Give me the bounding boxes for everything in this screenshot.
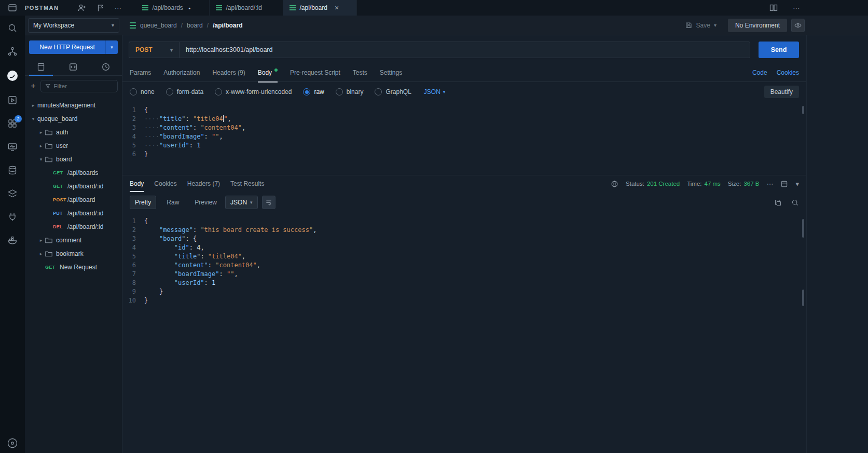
network-globe-icon[interactable] (611, 180, 618, 188)
view-mode-raw[interactable]: Raw (161, 196, 184, 209)
cookies-link[interactable]: Cookies (777, 69, 799, 76)
fork-network-icon[interactable] (7, 46, 18, 57)
docker-icon[interactable] (7, 235, 18, 245)
chevron-right-icon[interactable]: ▸ (37, 251, 45, 256)
scrollbar-thumb[interactable] (802, 290, 804, 306)
close-tab-icon[interactable]: × (335, 4, 339, 12)
tree-item-New Request[interactable]: GETNew Request (25, 260, 122, 274)
method-selector[interactable]: POST ▾ (129, 42, 179, 58)
breadcrumb-collection[interactable]: queue_board (140, 22, 177, 29)
collapse-response-icon[interactable]: ▾ (795, 180, 799, 188)
search-icon[interactable] (7, 23, 18, 33)
scrollbar-thumb[interactable] (802, 219, 804, 238)
database-icon[interactable] (7, 165, 18, 175)
body-mode-raw[interactable]: raw (303, 88, 324, 95)
capture-icon[interactable] (96, 3, 105, 12)
runner-icon[interactable] (7, 95, 18, 105)
chevron-down-icon[interactable]: ▾ (29, 116, 37, 121)
radio-icon (130, 88, 137, 95)
response-body-viewer[interactable]: 1{2 "message": "this board create is suc… (122, 212, 806, 453)
view-mode-preview[interactable]: Preview (189, 196, 222, 209)
workspace-selector[interactable]: My Workspace ▾ (28, 18, 119, 33)
tree-item-auth[interactable]: ▸auth (25, 126, 122, 139)
save-button[interactable]: Save ▾ (685, 21, 717, 29)
copy-response-icon[interactable] (774, 199, 782, 207)
body-mode-form-data[interactable]: form-data (166, 88, 203, 95)
request-tab-params[interactable]: Params (130, 63, 151, 82)
raw-type-dropdown[interactable]: JSON ▾ (424, 88, 446, 95)
body-mode-GraphQL[interactable]: GraphQL (375, 88, 411, 95)
request-tab-pre-request-script[interactable]: Pre-request Script (290, 63, 340, 82)
body-mode-none[interactable]: none (130, 88, 155, 95)
tree-item-bookmark[interactable]: ▸bookmark (25, 247, 122, 260)
response-tab-test-results[interactable]: Test Results (230, 175, 264, 192)
search-response-icon[interactable] (791, 199, 799, 207)
modules-grid-icon[interactable]: 2 (7, 118, 18, 129)
environment-selector[interactable]: No Environment (728, 19, 787, 32)
beautify-button[interactable]: Beautify (764, 86, 799, 98)
tree-item-comment[interactable]: ▸comment (25, 234, 122, 247)
request-body-editor[interactable]: 1{2····"title": "title04",3····"content"… (122, 102, 806, 175)
save-response-icon[interactable] (780, 180, 788, 188)
tree-item-/api/board/:id[interactable]: GET/api/board/:id (25, 180, 122, 193)
scrollbar-thumb[interactable] (802, 106, 804, 114)
open-tab-/api/board/:id[interactable]: /api/board/:id (210, 0, 283, 16)
request-tab-settings[interactable]: Settings (380, 63, 402, 82)
chevron-right-icon[interactable]: ▸ (37, 238, 45, 243)
response-format-dropdown[interactable]: JSON ▾ (225, 196, 258, 209)
sidebar-tab-collections[interactable] (25, 58, 57, 75)
chevron-right-icon[interactable]: ▸ (29, 103, 37, 108)
plug-api-icon[interactable] (7, 212, 18, 222)
body-mode-x-www-form-urlencoded[interactable]: x-www-form-urlencoded (215, 88, 292, 95)
response-more-icon[interactable]: ⋯ (766, 180, 773, 188)
request-tab-headers[interactable]: Headers (9) (212, 63, 245, 82)
layers-icon[interactable] (7, 188, 18, 199)
postman-logo-icon[interactable] (6, 70, 19, 82)
invite-icon[interactable] (77, 3, 87, 12)
split-panel-icon[interactable] (769, 3, 778, 12)
monitor-icon[interactable] (7, 142, 18, 152)
add-collection-icon[interactable]: + (29, 81, 37, 91)
response-tab-cookies[interactable]: Cookies (154, 175, 176, 192)
request-tab-body[interactable]: Body (258, 63, 278, 82)
breadcrumb-folder[interactable]: board (187, 22, 203, 29)
tree-item-queque_board[interactable]: ▾queque_board (25, 112, 122, 126)
breadcrumb-request[interactable]: /api/board (213, 22, 242, 29)
chevron-down-icon[interactable]: ▾ (37, 157, 45, 162)
chevron-right-icon[interactable]: ▸ (37, 130, 45, 135)
request-tab-tests[interactable]: Tests (353, 63, 367, 82)
tree-item-/api/boards[interactable]: GET/api/boards (25, 166, 122, 180)
response-tab-headers[interactable]: Headers (7) (187, 175, 220, 192)
tree-item-minutesManagement[interactable]: ▸minutesManagement (25, 99, 122, 112)
open-tab-/api/boards[interactable]: /api/boards● (136, 0, 210, 16)
tree-item-board[interactable]: ▾board (25, 153, 122, 166)
sidebar-tab-apis[interactable] (57, 58, 89, 75)
more-options-icon[interactable]: ⋯ (115, 4, 122, 11)
open-tab-/api/board[interactable]: /api/board× (283, 0, 357, 16)
request-tab-authorization[interactable]: Authorization (163, 63, 200, 82)
app-window-icon[interactable] (0, 3, 25, 13)
code-link[interactable]: Code (752, 69, 767, 76)
send-button[interactable]: Send (759, 42, 799, 58)
new-request-dropdown-icon[interactable]: ▾ (105, 40, 118, 54)
new-http-request-button[interactable]: New HTTP Request (29, 40, 105, 54)
help-circle-icon[interactable] (7, 437, 18, 449)
tree-item-/api/board/:id[interactable]: PUT/api/board/:id (25, 207, 122, 220)
tree-item-user[interactable]: ▸user (25, 139, 122, 153)
response-tab-body[interactable]: Body (130, 175, 144, 192)
topbar-more-icon[interactable]: ⋯ (793, 4, 800, 11)
indent (144, 235, 159, 242)
wrap-lines-icon[interactable] (262, 196, 275, 209)
line-number: 9 (122, 287, 144, 296)
view-mode-pretty[interactable]: Pretty (130, 196, 156, 209)
tree-item-/api/board/:id[interactable]: DEL/api/board/:id (25, 220, 122, 234)
line-number: 2 (122, 115, 144, 123)
chevron-right-icon[interactable]: ▸ (37, 143, 45, 148)
filter-input[interactable] (53, 83, 113, 89)
tree-item-/api/board[interactable]: POST/api/board (25, 193, 122, 207)
environment-quick-look-icon[interactable] (791, 19, 805, 32)
body-mode-binary[interactable]: binary (336, 88, 364, 95)
sidebar-tab-history[interactable] (90, 58, 122, 75)
indent (144, 288, 159, 295)
url-input[interactable] (179, 42, 750, 58)
